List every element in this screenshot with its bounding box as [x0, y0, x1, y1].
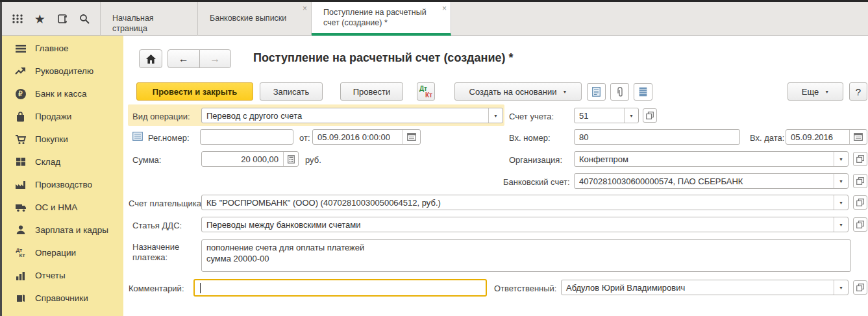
- sidebar-item-label: Банк и касса: [35, 89, 87, 99]
- comment-label: Комментарий:: [129, 284, 184, 293]
- sidebar-item-label: ОС и НМА: [35, 202, 77, 212]
- payer-account-select[interactable]: КБ "РОСПРОМБАНК" (ООО) (4070281003005006…: [201, 195, 849, 210]
- operation-kind-select[interactable]: Перевод с другого счета ▼: [201, 108, 503, 123]
- open-icon: [856, 155, 864, 163]
- payment-purpose-textarea[interactable]: пополнение счета для оплаты платежей сум…: [201, 239, 851, 272]
- back-arrow-icon: ←: [179, 53, 189, 65]
- page-title: Поступление на расчетный счет (создание)…: [253, 51, 513, 65]
- paperclip-icon: [617, 87, 623, 97]
- amount-input[interactable]: 20 000,00: [201, 151, 299, 167]
- register-records-button[interactable]: [634, 83, 652, 101]
- sidebar-item-main[interactable]: Главное: [2, 37, 123, 60]
- account-field[interactable]: 51 ▼: [574, 108, 639, 123]
- cashflow-item-open-button[interactable]: [853, 217, 867, 232]
- chevron-down-icon[interactable]: ▼: [624, 108, 638, 123]
- shopping-bag-icon: [14, 110, 27, 123]
- favorites-star-icon[interactable]: ★: [32, 12, 47, 26]
- sidebar-item-warehouse[interactable]: Склад: [2, 151, 123, 173]
- responsible-select[interactable]: Абдулов Юрий Владимирович ▼: [561, 280, 849, 295]
- trend-arrow-icon: [14, 65, 27, 77]
- search-icon[interactable]: [77, 12, 92, 26]
- in-number-input[interactable]: 80: [574, 129, 740, 145]
- bar-chart-icon: [14, 269, 27, 282]
- table-icon: [639, 87, 647, 97]
- calendar-icon[interactable]: [849, 130, 867, 144]
- organization-label: Организация:: [509, 155, 562, 165]
- sidebar-item-purchases[interactable]: Покупки: [2, 128, 123, 151]
- sidebar-item-sales[interactable]: Продажи: [2, 105, 123, 128]
- sidebar-item-label: Продажи: [35, 112, 71, 121]
- chevron-down-icon[interactable]: ▼: [834, 195, 848, 210]
- chevron-down-icon[interactable]: ▼: [834, 152, 848, 166]
- tab-bank-statements[interactable]: Банковские выписки ×: [198, 2, 312, 36]
- chevron-down-icon[interactable]: ▼: [834, 174, 848, 188]
- account-open-button[interactable]: [643, 108, 657, 123]
- sidebar-item-production[interactable]: Производство: [2, 173, 123, 196]
- account-label: Счет учета:: [509, 112, 554, 121]
- responsible-label: Ответственный:: [494, 284, 556, 293]
- in-number-label: Вх. номер:: [509, 133, 551, 143]
- date-from-input[interactable]: 05.09.2016 0:00:00: [312, 129, 421, 145]
- currency-label: руб.: [305, 155, 321, 165]
- amount-label: Сумма:: [132, 155, 161, 165]
- dtkt-button[interactable]: Дт Кт: [417, 82, 435, 101]
- forward-button[interactable]: →: [199, 49, 232, 68]
- post-and-close-button[interactable]: Провести и закрыть: [136, 82, 253, 101]
- truck-icon: [14, 201, 27, 213]
- organization-open-button[interactable]: [853, 152, 867, 166]
- ruble-circle-icon: ₽: [14, 88, 27, 100]
- history-icon[interactable]: [55, 12, 69, 26]
- sidebar-item-reports[interactable]: Отчеты: [2, 264, 123, 287]
- comment-input[interactable]: [193, 279, 487, 297]
- sidebar-item-salary-hr[interactable]: Зарплата и кадры: [2, 219, 123, 241]
- kt-label: Кт: [425, 92, 432, 99]
- help-button[interactable]: ?: [849, 82, 867, 101]
- sidebar: Главное Руководителю ₽ Банк и касса Прод…: [2, 36, 123, 316]
- sidebar-item-label: Производство: [35, 180, 92, 189]
- close-icon[interactable]: ×: [442, 5, 447, 12]
- more-button[interactable]: Еще▼: [787, 82, 843, 101]
- calendar-icon[interactable]: [403, 130, 420, 144]
- sidebar-item-fixed-assets[interactable]: ОС и НМА: [2, 196, 123, 219]
- sidebar-item-label: Справочники: [35, 293, 88, 303]
- home-icon: [146, 55, 156, 64]
- boxes-icon: [14, 156, 27, 168]
- bank-account-select[interactable]: 40702810030600000574, ПАО СБЕРБАНК ▼: [574, 173, 849, 189]
- apps-grid-icon[interactable]: [10, 12, 25, 26]
- open-icon: [646, 112, 654, 119]
- in-date-input[interactable]: 05.09.2016: [786, 129, 867, 145]
- print-document-button[interactable]: [587, 83, 606, 101]
- chevron-down-icon: ▼: [562, 90, 567, 94]
- sidebar-item-label: Зарплата и кадры: [35, 225, 108, 235]
- calculator-icon[interactable]: [283, 152, 298, 166]
- payer-account-open-button[interactable]: [853, 195, 867, 210]
- sidebar-item-directories[interactable]: Справочники: [2, 287, 123, 310]
- close-icon[interactable]: ×: [303, 5, 307, 12]
- write-button[interactable]: Записать: [260, 82, 323, 101]
- sidebar-item-bank-cash[interactable]: ₽ Банк и касса: [2, 82, 123, 105]
- chevron-down-icon[interactable]: ▼: [834, 217, 848, 232]
- responsible-open-button[interactable]: [853, 280, 867, 295]
- reg-number-label: Рег.номер:: [148, 133, 190, 143]
- chevron-down-icon[interactable]: ▼: [834, 280, 848, 295]
- home-button[interactable]: [139, 49, 162, 68]
- open-icon: [856, 199, 864, 206]
- sidebar-item-label: Операции: [35, 248, 76, 258]
- sidebar-item-operations[interactable]: ДтКт Операции: [2, 241, 123, 264]
- sidebar-item-label: Покупки: [35, 134, 68, 144]
- tab-home[interactable]: Начальная страница: [101, 2, 198, 36]
- attachments-button[interactable]: [610, 83, 629, 101]
- post-button[interactable]: Провести: [340, 82, 403, 101]
- organization-select[interactable]: Конфетпром ▼: [574, 151, 849, 167]
- tab-receipt-to-account[interactable]: Поступление на расчетный счет (создание)…: [312, 2, 451, 36]
- reg-number-input[interactable]: [200, 129, 293, 145]
- payment-purpose-label: Назначение платежа:: [132, 242, 190, 263]
- window-top-edge: [0, 0, 868, 2]
- sidebar-item-manager[interactable]: Руководителю: [2, 60, 123, 82]
- shopping-cart-icon: [14, 133, 27, 145]
- chevron-down-icon[interactable]: ▼: [488, 108, 502, 123]
- bank-account-open-button[interactable]: [853, 174, 867, 188]
- create-based-on-button[interactable]: Создать на основании▼: [454, 82, 582, 101]
- cashflow-item-select[interactable]: Переводы между банковскими счетами ▼: [201, 217, 849, 232]
- back-button[interactable]: ←: [167, 49, 200, 68]
